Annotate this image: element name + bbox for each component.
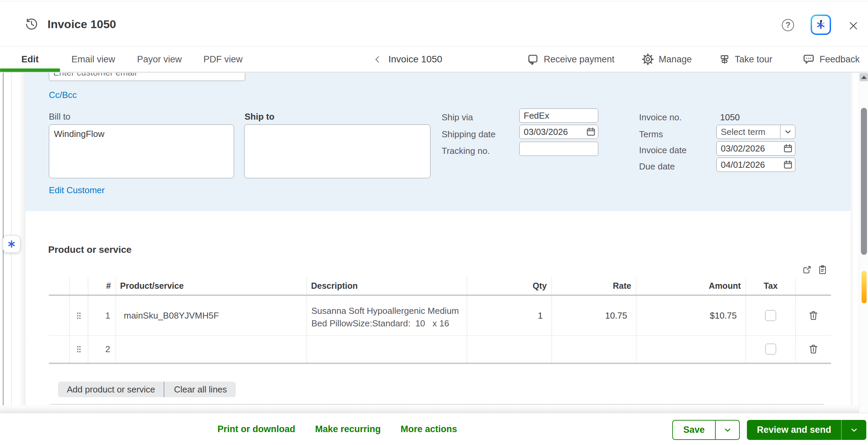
row2-description-cell[interactable]: [307, 336, 467, 363]
print-or-download-link[interactable]: Print or download: [217, 413, 295, 445]
tracking-no-input[interactable]: [519, 142, 598, 156]
footer-fade: [0, 405, 868, 413]
invoice-edit-body: Cc/Bcc Bill to WindingFlow Ship to Edit …: [25, 73, 851, 413]
manage-button[interactable]: Manage: [641, 47, 692, 72]
ship-via-label: Ship via: [442, 112, 473, 123]
tracking-no-label: Tracking no.: [442, 146, 490, 156]
scrollbar-track[interactable]: [859, 73, 868, 413]
close-icon[interactable]: [848, 20, 859, 31]
row2-spacer: [49, 336, 70, 363]
row1-trash-icon[interactable]: [808, 310, 819, 321]
save-button-label: Save: [673, 421, 715, 439]
row1-drag-handle-icon[interactable]: [70, 296, 88, 335]
terms-chevron-down-icon[interactable]: [780, 125, 795, 139]
line-items-table: # Product/service Description Qty Rate A…: [49, 277, 831, 364]
row2-amount-cell: [636, 336, 746, 363]
footer-bar: Print or download Make recurring More ac…: [0, 413, 868, 445]
header-qty: Qty: [467, 277, 552, 295]
customer-form-panel: Cc/Bcc Bill to WindingFlow Ship to Edit …: [25, 73, 851, 211]
tab-pdf-view[interactable]: PDF view: [192, 47, 254, 72]
ship-via-input[interactable]: [519, 108, 598, 123]
paste-lines-icon[interactable]: [817, 264, 828, 275]
line-item-row-1: 1 mainSku_B08YJVMH5F Susanna Soft Hypoal…: [49, 296, 831, 336]
row2-drag-handle-icon[interactable]: [70, 336, 88, 363]
row1-description-cell[interactable]: Susanna Soft Hypoallergenic Medium Bed P…: [307, 296, 467, 335]
take-tour-button[interactable]: Take tour: [719, 47, 772, 72]
header-product: Product/service: [116, 277, 307, 295]
row1-tax-checkbox[interactable]: [765, 310, 776, 321]
row1-tax-cell: [746, 296, 796, 335]
intuit-assist-fab-icon[interactable]: [3, 235, 20, 253]
save-chevron-down-icon[interactable]: [715, 421, 739, 439]
row2-qty-cell[interactable]: [467, 336, 552, 363]
row1-amount-cell: $10.75: [636, 296, 746, 335]
terms-select[interactable]: Select term: [716, 125, 795, 139]
invoice-date-calendar-icon[interactable]: [783, 143, 793, 154]
manage-label: Manage: [659, 54, 692, 65]
back-chevron-icon[interactable]: [373, 55, 382, 64]
row2-tax-cell: [746, 336, 796, 363]
help-icon[interactable]: ?: [782, 19, 794, 31]
take-tour-label: Take tour: [735, 54, 772, 65]
row1-rate-cell[interactable]: 10.75: [552, 296, 636, 335]
row2-rate-cell[interactable]: [552, 336, 636, 363]
header-tax: Tax: [746, 277, 796, 295]
tab-email-view[interactable]: Email view: [60, 47, 127, 72]
page-title: Invoice 1050: [47, 18, 116, 31]
terms-label: Terms: [639, 129, 663, 140]
customer-email-input[interactable]: [49, 73, 245, 81]
receive-payment-label: Receive payment: [544, 54, 615, 65]
product-section-title: Product or service: [48, 244, 132, 255]
clear-all-lines-button[interactable]: Clear all lines: [165, 382, 236, 397]
feedback-label: Feedback: [819, 54, 860, 65]
header-spacer: [49, 277, 70, 295]
add-product-button[interactable]: Add product or service: [58, 382, 178, 397]
header-drag: [70, 277, 88, 295]
row1-product-cell[interactable]: mainSku_B08YJVMH5F: [116, 296, 307, 335]
invoice-no-label: Invoice no.: [639, 112, 682, 123]
add-product-button-label: Add product or service: [58, 382, 164, 397]
review-and-send-chevron-down-icon[interactable]: [841, 420, 866, 440]
row1-description-line2: Bed PillowSize:Standard: 10 x 16: [311, 317, 463, 330]
review-and-send-button[interactable]: Review and send: [747, 420, 866, 440]
feedback-button[interactable]: Feedback: [802, 47, 860, 72]
scroll-up-arrow-icon[interactable]: [860, 73, 868, 81]
ship-to-label: Ship to: [245, 112, 274, 122]
bill-to-textarea[interactable]: WindingFlow: [49, 124, 234, 178]
bill-to-label: Bill to: [49, 112, 71, 122]
cc-bcc-link[interactable]: Cc/Bcc: [49, 90, 77, 100]
intuit-assist-icon[interactable]: [811, 15, 831, 35]
tab-payor-view[interactable]: Payor view: [127, 47, 192, 72]
header-rate: Rate: [552, 277, 636, 295]
due-date-calendar-icon[interactable]: [783, 159, 793, 170]
row1-spacer: [49, 296, 70, 335]
make-recurring-link[interactable]: Make recurring: [315, 413, 381, 445]
receive-payment-icon: [526, 53, 539, 66]
tab-edit[interactable]: Edit: [0, 47, 60, 72]
row1-qty-cell[interactable]: 1: [467, 296, 552, 335]
row2-num: 2: [88, 336, 116, 363]
line-items-header-row: # Product/service Description Qty Rate A…: [49, 277, 831, 296]
active-tab-underline: [0, 68, 60, 72]
row1-num: 1: [88, 296, 116, 335]
header-num: #: [88, 277, 116, 295]
row2-product-cell[interactable]: [116, 336, 307, 363]
review-and-send-label: Review and send: [747, 420, 841, 440]
save-button[interactable]: Save: [672, 420, 740, 440]
scrollbar-thumb[interactable]: [861, 108, 867, 255]
export-lines-icon[interactable]: [802, 264, 812, 275]
more-actions-link[interactable]: More actions: [401, 413, 457, 445]
titlebar: Invoice 1050 ?: [0, 1, 868, 46]
row2-tax-checkbox[interactable]: [765, 344, 776, 355]
edit-customer-link[interactable]: Edit Customer: [49, 185, 105, 196]
row2-trash-icon[interactable]: [808, 343, 819, 355]
ship-to-textarea[interactable]: [244, 124, 430, 178]
shipping-date-calendar-icon[interactable]: [585, 126, 596, 137]
view-tabs: Edit Email view Payor view PDF view: [0, 47, 254, 72]
history-icon[interactable]: [24, 17, 39, 31]
view-tabbar: Edit Email view Payor view PDF view Invo…: [0, 47, 868, 73]
header-actions: [796, 277, 831, 295]
tab-edit-label: Edit: [21, 54, 39, 65]
receive-payment-button[interactable]: Receive payment: [526, 47, 615, 72]
tab-payor-view-label: Payor view: [137, 54, 182, 65]
